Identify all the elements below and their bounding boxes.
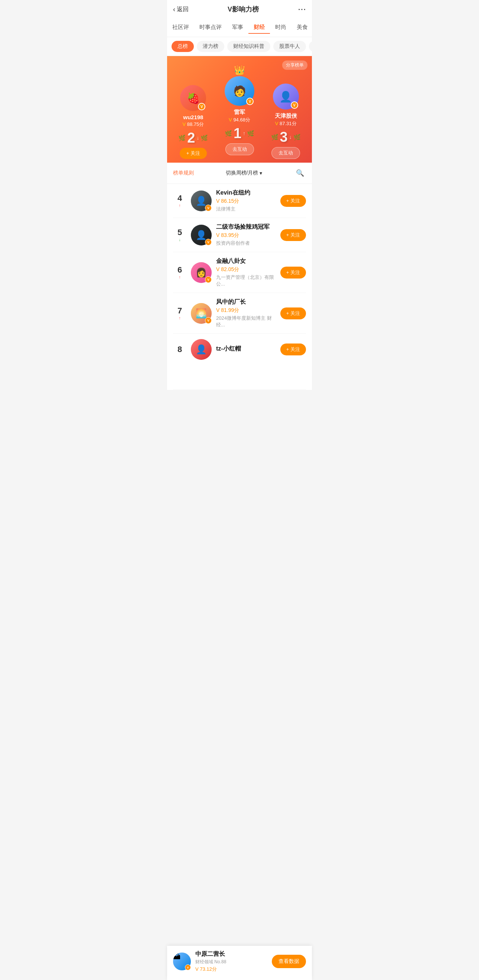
user-name-6: 金融八卦女: [216, 257, 276, 265]
rank-col-6: 6 ↑: [173, 266, 186, 279]
sub-tab-gupiao[interactable]: 股票牛人: [273, 41, 306, 52]
chevron-left-icon: ‹: [173, 6, 175, 13]
podium-rank-num-rank3: 3 ↓: [280, 130, 292, 144]
list-info-6: 金融八卦女 V 82.05分 九一资产管理（北京）有限公...: [216, 257, 276, 288]
follow-button-rank2[interactable]: + 关注: [180, 148, 207, 159]
rank-col-8: 8: [173, 345, 186, 353]
podium-item-rank2: 🍓 V wu2198 V 88.75分 🌿 2 ↓ 🌿 + 关注: [172, 85, 215, 159]
user-score-4: V 86.15分: [216, 198, 276, 205]
list-item: 6 ↑ 👩 V 金融八卦女 V 82.05分 九一资产管理（北京）有限公... …: [173, 252, 306, 293]
list-info-7: 风中的厂长 V 81.99分 2024微博年度新知博主 财经...: [216, 298, 276, 328]
switch-period-button[interactable]: 切换周榜/月榜 ▾: [226, 170, 263, 177]
user-score-6: V 82.05分: [216, 266, 276, 273]
podium-item-rank1: 👑 🧑 V 雷军 V 94.68分 🌿 1 ↑ 🌿 去互动: [218, 65, 261, 155]
rank-decoration-rank3: 🌿 3 ↓ 🌿: [271, 130, 301, 144]
user-name-8: tz-小红帽: [216, 345, 276, 353]
podium-container: 🍓 V wu2198 V 88.75分 🌿 2 ↓ 🌿 + 关注 👑 🧑 V 雷…: [172, 65, 307, 155]
category-tab-caijing[interactable]: 财经: [248, 22, 270, 34]
podium-name-rank3: 天津股侠: [275, 113, 297, 119]
follow-button-6[interactable]: + 关注: [280, 267, 306, 278]
verified-badge-rank2: V: [198, 103, 205, 110]
avatar-wrapper-rank2: 🍓 V: [180, 85, 206, 111]
podium-banner: 分享榜单 🍓 V wu2198 V 88.75分 🌿 2 ↓ 🌿 + 关注 👑 …: [167, 56, 312, 163]
rank-number-4: 4: [178, 194, 182, 202]
rank-trend-5: ↓: [178, 237, 181, 242]
podium-score-rank3: V 87.31分: [275, 120, 297, 127]
user-desc-7: 2024微博年度新知博主 财经...: [216, 315, 276, 328]
list-info-4: Kevin在纽约 V 86.15分 法律博主: [216, 189, 276, 212]
list-info-5: 二级市场捡辣鸡冠军 V 83.95分 投资内容创作者: [216, 223, 276, 247]
rank-trend-7: ↑: [178, 316, 181, 320]
category-tab-shequn[interactable]: 社区评: [167, 22, 194, 34]
follow-button-5[interactable]: + 关注: [280, 229, 306, 241]
search-button[interactable]: 🔍: [294, 167, 306, 179]
rank-col-4: 4 ↑: [173, 194, 186, 208]
category-tab-meishi[interactable]: 美食: [291, 22, 312, 34]
page-title: V影响力榜: [228, 5, 259, 14]
back-label: 返回: [177, 6, 189, 13]
rank-decoration-rank1: 🌿 1 ↑ 🌿: [224, 126, 255, 140]
rank-number-7: 7: [178, 307, 182, 315]
follow-button-4[interactable]: + 关注: [280, 195, 306, 207]
rank-trend-4: ↑: [178, 203, 181, 208]
user-name-4: Kevin在纽约: [216, 189, 276, 197]
list-item: 8 👤 tz-小红帽 + 关注: [173, 334, 306, 390]
rank-number-6: 6: [178, 266, 182, 274]
user-desc-4: 法律博主: [216, 206, 276, 212]
list-item: 5 ↓ 👤 V 二级市场捡辣鸡冠军 V 83.95分 投资内容创作者 + 关注: [173, 218, 306, 252]
follow-button-8[interactable]: + 关注: [280, 344, 306, 355]
verified-badge-6: V: [205, 276, 212, 283]
category-tab-shishi[interactable]: 时事点评: [194, 22, 227, 34]
sub-tab-qianlb[interactable]: 潜力榜: [197, 41, 224, 52]
user-desc-5: 投资内容创作者: [216, 240, 276, 247]
avatar-image-8: 👤: [191, 339, 212, 360]
share-button[interactable]: 分享榜单: [282, 60, 307, 70]
user-name-5: 二级市场捡辣鸡冠军: [216, 223, 276, 231]
category-tab-shishang[interactable]: 时尚: [270, 22, 291, 34]
list-item: 7 ↑ 🌅 V 风中的厂长 V 81.99分 2024微博年度新知博主 财经..…: [173, 293, 306, 334]
avatar-6: 👩 V: [191, 262, 212, 283]
interact-button-rank3[interactable]: 去互动: [271, 147, 300, 159]
avatar-wrapper-rank1: 👑 🧑 V: [224, 65, 255, 106]
interact-button-rank1[interactable]: 去互动: [225, 143, 254, 155]
avatar-4: 👤 V: [191, 191, 212, 211]
verified-badge-4: V: [205, 205, 212, 211]
user-score-7: V 81.99分: [216, 307, 276, 314]
user-name-7: 风中的厂长: [216, 298, 276, 306]
verified-badge-5: V: [205, 239, 212, 245]
rank-number-8: 8: [178, 345, 182, 353]
avatar-7: 🌅 V: [191, 303, 212, 324]
category-tab-junshi[interactable]: 军事: [227, 22, 248, 34]
avatar-5: 👤 V: [191, 225, 212, 245]
header: ‹ 返回 V影响力榜 ⋯: [167, 0, 312, 19]
sub-tab-jijin[interactable]: 基金达人: [309, 41, 312, 52]
switch-period-label: 切换周榜/月榜: [226, 170, 258, 177]
podium-score-rank2: V 88.75分: [182, 121, 204, 128]
list-item: 4 ↑ 👤 V Kevin在纽约 V 86.15分 法律博主 + 关注: [173, 184, 306, 218]
avatar-8: 👤: [191, 339, 212, 360]
podium-name-rank1: 雷军: [234, 109, 245, 116]
user-desc-6: 九一资产管理（北京）有限公...: [216, 274, 276, 288]
podium-rank-num-rank2: 2 ↓: [187, 131, 199, 145]
back-button[interactable]: ‹ 返回: [173, 6, 189, 13]
rank-decoration-rank2: 🌿 2 ↓ 🌿: [178, 131, 208, 145]
rules-link[interactable]: 榜单规则: [173, 170, 194, 177]
sub-tab-caijingzs[interactable]: 财经知识科普: [227, 41, 271, 52]
crown-icon: 👑: [224, 65, 255, 75]
controls-bar: 榜单规则 切换周榜/月榜 ▾ 🔍: [167, 163, 312, 184]
rank-col-7: 7 ↑: [173, 307, 186, 320]
ranking-list: 4 ↑ 👤 V Kevin在纽约 V 86.15分 法律博主 + 关注 5 ↓ …: [167, 184, 312, 390]
rank-col-5: 5 ↓: [173, 228, 186, 242]
avatar-wrapper-rank3: 👤 V: [273, 84, 299, 110]
podium-rank-num-rank1: 1 ↑: [234, 126, 245, 140]
follow-button-7[interactable]: + 关注: [280, 307, 306, 319]
list-info-8: tz-小红帽: [216, 345, 276, 354]
sub-tab-zonglb[interactable]: 总榜: [172, 41, 194, 52]
podium-name-rank2: wu2198: [183, 114, 203, 120]
verified-badge-rank1: V: [246, 98, 254, 105]
podium-item-rank3: 👤 V 天津股侠 V 87.31分 🌿 3 ↓ 🌿 去互动: [264, 84, 307, 159]
verified-badge-7: V: [205, 317, 212, 324]
category-tabs: 社区评 时事点评 军事 财经 时尚 美食 颜值 摄影摄 ▾: [167, 19, 312, 37]
more-icon[interactable]: ⋯: [298, 5, 306, 14]
podium-score-rank1: V 94.68分: [229, 117, 250, 123]
